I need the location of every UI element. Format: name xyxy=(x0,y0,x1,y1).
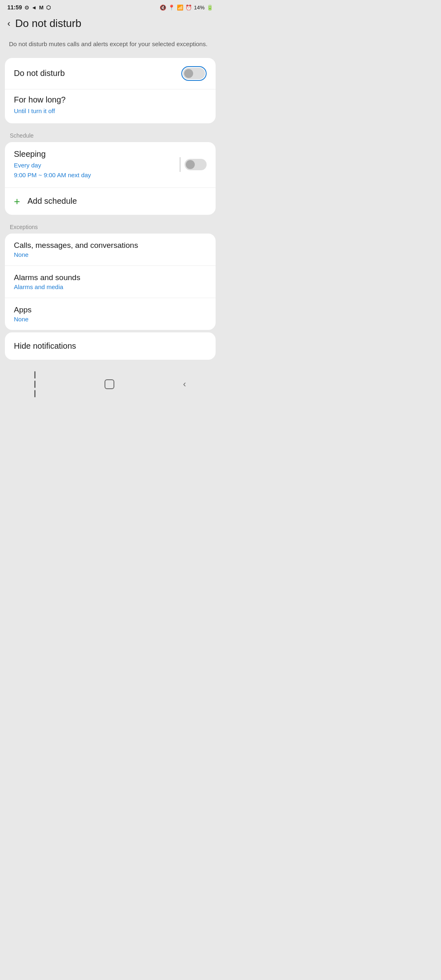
nav-line-3 xyxy=(34,390,36,397)
dnd-toggle-row: Do not disturb xyxy=(5,58,216,89)
alarms-title: Alarms and sounds xyxy=(14,273,207,282)
timer-icon: ⊙ xyxy=(24,4,29,11)
battery-icon: 🔋 xyxy=(207,4,213,11)
apps-title: Apps xyxy=(14,305,207,314)
status-right: 🔇 📍 📶 ⏰ 14% 🔋 xyxy=(160,4,213,11)
description-text: Do not disturb mutes calls and alerts ex… xyxy=(0,32,220,58)
wifi-icon: 📶 xyxy=(177,4,183,11)
exceptions-section-label: Exceptions xyxy=(0,217,220,234)
time: 11:59 xyxy=(7,4,22,11)
schedule-card: Sleeping Every day 9:00 PM ~ 9:00 AM nex… xyxy=(5,142,216,215)
alarms-detail: Alarms and media xyxy=(14,283,207,290)
add-schedule-label: Add schedule xyxy=(27,196,77,206)
sleeping-toggle-wrapper xyxy=(180,157,207,172)
add-schedule-row[interactable]: + Add schedule xyxy=(5,188,216,215)
nav-line-2 xyxy=(34,381,36,388)
sleeping-time: 9:00 PM ~ 9:00 AM next day xyxy=(14,170,91,180)
nav-home-square xyxy=(105,379,114,389)
schedule-section-label: Schedule xyxy=(0,126,220,142)
for-how-long-label: For how long? xyxy=(14,95,207,105)
alarm-clock-icon: ⏰ xyxy=(185,4,192,11)
back-button[interactable]: ‹ xyxy=(7,18,10,29)
dnd-main-card: Do not disturb For how long? Until I tur… xyxy=(5,58,216,123)
page-title: Do not disturb xyxy=(15,17,81,30)
nav-back-button[interactable]: ‹ xyxy=(183,379,186,390)
status-left: 11:59 ⊙ ◄ M ⬡ xyxy=(7,4,51,11)
toggle-knob xyxy=(184,69,193,78)
sleeping-days: Every day xyxy=(14,160,91,170)
dnd-toggle[interactable] xyxy=(183,68,205,79)
exceptions-card: Calls, messages, and conversations None … xyxy=(5,234,216,330)
calls-row[interactable]: Calls, messages, and conversations None xyxy=(5,234,216,266)
dnd-toggle-wrapper[interactable] xyxy=(181,66,207,81)
sleeping-row[interactable]: Sleeping Every day 9:00 PM ~ 9:00 AM nex… xyxy=(5,142,216,188)
mute-icon: 🔇 xyxy=(160,4,166,11)
toggle-divider xyxy=(180,157,180,172)
status-bar: 11:59 ⊙ ◄ M ⬡ 🔇 📍 📶 ⏰ 14% 🔋 xyxy=(0,0,220,13)
apps-row[interactable]: Apps None xyxy=(5,298,216,330)
add-icon: + xyxy=(14,196,20,207)
for-how-long-row[interactable]: For how long? Until I turn it off xyxy=(5,89,216,123)
header: ‹ Do not disturb xyxy=(0,13,220,32)
gmail-icon: M xyxy=(39,4,44,11)
calls-detail: None xyxy=(14,251,207,258)
sleeping-info: Sleeping Every day 9:00 PM ~ 9:00 AM nex… xyxy=(14,149,91,180)
notification-icon: ⬡ xyxy=(46,4,51,11)
alarms-row[interactable]: Alarms and sounds Alarms and media xyxy=(5,266,216,298)
sleeping-toggle-knob xyxy=(186,160,195,169)
sleeping-toggle[interactable] xyxy=(185,159,207,170)
nav-bar: ‹ xyxy=(0,364,220,403)
until-label: Until I turn it off xyxy=(14,106,207,116)
location-icon: 📍 xyxy=(168,4,175,11)
calls-title: Calls, messages, and conversations xyxy=(14,241,207,250)
nav-home-button[interactable] xyxy=(105,379,114,389)
sleeping-title: Sleeping xyxy=(14,149,91,159)
battery-text: 14% xyxy=(194,4,205,11)
hide-notifications-card[interactable]: Hide notifications xyxy=(5,332,216,360)
apps-detail: None xyxy=(14,316,207,323)
hide-notifications-title: Hide notifications xyxy=(14,341,207,351)
media-icon: ◄ xyxy=(31,4,37,11)
nav-menu-button[interactable] xyxy=(34,371,36,397)
dnd-label: Do not disturb xyxy=(14,69,65,78)
nav-line-1 xyxy=(34,371,36,379)
